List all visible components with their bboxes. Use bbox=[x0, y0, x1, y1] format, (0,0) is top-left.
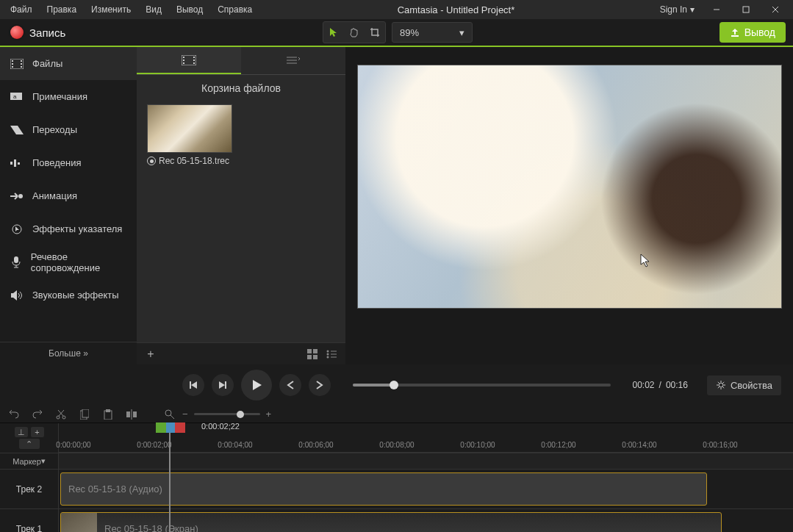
svg-rect-21 bbox=[183, 60, 184, 61]
menu-help[interactable]: Справка bbox=[210, 1, 259, 18]
record-button[interactable]: Запись bbox=[0, 19, 76, 46]
marker-label[interactable]: Маркер ▾ bbox=[0, 453, 59, 469]
zoom-handle[interactable] bbox=[237, 411, 244, 418]
clip-video[interactable]: Rec 05-15-18 (Экран) bbox=[60, 512, 722, 532]
close-button[interactable] bbox=[761, 0, 790, 19]
track-magnet-button[interactable]: ⊥ bbox=[15, 427, 28, 437]
time-sep: / bbox=[659, 380, 661, 390]
grid-view-button[interactable] bbox=[304, 346, 320, 362]
clip-label: Rec 05-15-18 (Аудио) bbox=[68, 484, 162, 495]
minimize-button[interactable] bbox=[702, 0, 731, 19]
clip-audio[interactable]: Rec 05-15-18 (Аудио) bbox=[60, 472, 707, 506]
cut-button[interactable] bbox=[54, 408, 68, 421]
svg-rect-49 bbox=[133, 411, 137, 417]
time-total: 00:16 bbox=[666, 380, 688, 390]
next-frame-button[interactable] bbox=[212, 374, 234, 396]
ruler-tick: 0:00:16;00 bbox=[703, 441, 737, 449]
sidebar-animations[interactable]: Анимация bbox=[0, 179, 137, 212]
zoom-out-button[interactable]: − bbox=[182, 409, 188, 420]
record-icon bbox=[10, 26, 24, 39]
track-collapse-button[interactable]: ⌃ bbox=[19, 439, 40, 449]
ruler-tick: 0:00:02;00 bbox=[137, 441, 171, 449]
canvas-preview[interactable] bbox=[357, 65, 782, 309]
select-tool[interactable] bbox=[323, 22, 344, 43]
sidebar-voice[interactable]: Речевое сопровождение bbox=[0, 245, 137, 278]
bin-tab-media[interactable] bbox=[137, 47, 241, 74]
paste-button[interactable] bbox=[101, 408, 115, 421]
svg-rect-22 bbox=[183, 62, 184, 64]
media-item[interactable]: Rec 05-15-18.trec bbox=[147, 104, 235, 169]
maximize-button[interactable] bbox=[731, 0, 761, 19]
track-label-1[interactable]: Трек 1 bbox=[0, 509, 59, 532]
sidebar-more[interactable]: Больше » bbox=[0, 342, 137, 364]
media-thumbnail bbox=[147, 104, 232, 153]
sidebar-audio-effects[interactable]: Звуковые эффекты bbox=[0, 278, 137, 312]
svg-rect-5 bbox=[12, 60, 13, 62]
svg-rect-48 bbox=[126, 411, 130, 417]
gear-icon bbox=[716, 380, 726, 390]
track-add-button[interactable]: + bbox=[31, 427, 44, 437]
sidebar-media[interactable]: Файлы bbox=[0, 47, 137, 80]
zoom-fit-button[interactable] bbox=[163, 408, 176, 421]
pan-tool[interactable] bbox=[344, 22, 365, 43]
undo-button[interactable] bbox=[7, 408, 21, 421]
clip-label: Rec 05-15-18 (Экран) bbox=[104, 523, 198, 532]
properties-button[interactable]: Свойства bbox=[707, 375, 781, 395]
animation-icon bbox=[10, 190, 24, 203]
playhead[interactable]: 0:00:02;22 bbox=[169, 423, 171, 532]
scrubber-handle[interactable] bbox=[390, 381, 398, 389]
add-media-button[interactable]: + bbox=[143, 346, 159, 362]
mic-icon bbox=[10, 256, 22, 269]
svg-rect-10 bbox=[21, 66, 22, 68]
step-forward-button[interactable] bbox=[309, 374, 331, 396]
ruler-tick: 0:00:14;00 bbox=[622, 441, 656, 449]
svg-rect-23 bbox=[193, 57, 195, 58]
prev-frame-button[interactable] bbox=[182, 374, 204, 396]
ruler-tick: 0:00:12;00 bbox=[541, 441, 575, 449]
menu-view[interactable]: Вид bbox=[138, 1, 169, 18]
media-icon bbox=[182, 55, 196, 65]
zoom-in-button[interactable]: + bbox=[266, 409, 272, 420]
step-back-button[interactable] bbox=[279, 374, 301, 396]
menu-file[interactable]: Файл bbox=[3, 1, 40, 18]
track-label-2[interactable]: Трек 2 bbox=[0, 470, 59, 508]
sidebar-transitions[interactable]: Переходы bbox=[0, 113, 137, 146]
timeline-ruler[interactable]: 0:00:02;22 0:00:00;000:00:02;000:00:04;0… bbox=[59, 423, 793, 453]
zoom-select[interactable]: 89% ▾ bbox=[392, 22, 473, 43]
bin-tab-library[interactable] bbox=[241, 47, 345, 74]
list-icon bbox=[287, 56, 300, 65]
svg-rect-14 bbox=[14, 159, 16, 167]
play-button[interactable] bbox=[241, 370, 272, 400]
sidebar-label: Поведения bbox=[32, 157, 82, 168]
annotation-icon: a bbox=[10, 90, 24, 104]
signin-button[interactable]: Sign In ▾ bbox=[653, 4, 702, 15]
svg-point-33 bbox=[327, 350, 329, 352]
svg-line-52 bbox=[171, 415, 174, 419]
svg-rect-24 bbox=[193, 60, 195, 61]
sidebar-cursor-effects[interactable]: Эффекты указателя bbox=[0, 212, 137, 245]
sidebar-annotations[interactable]: a Примечания bbox=[0, 80, 137, 113]
export-button[interactable]: Вывод bbox=[720, 22, 786, 43]
svg-rect-6 bbox=[12, 63, 13, 65]
svg-rect-47 bbox=[106, 409, 110, 412]
menu-edit[interactable]: Правка bbox=[40, 1, 85, 18]
menu-share[interactable]: Вывод bbox=[169, 1, 210, 18]
svg-rect-13 bbox=[10, 162, 12, 165]
window-title: Camtasia - Untitled Project* bbox=[259, 4, 652, 15]
svg-point-37 bbox=[327, 356, 329, 358]
svg-rect-9 bbox=[21, 63, 22, 65]
split-button[interactable] bbox=[125, 408, 138, 421]
svg-point-41 bbox=[62, 416, 65, 419]
crop-tool[interactable] bbox=[365, 22, 385, 43]
playback-scrubber[interactable] bbox=[353, 384, 611, 387]
signin-label: Sign In bbox=[660, 4, 687, 15]
redo-button[interactable] bbox=[31, 408, 44, 421]
svg-rect-1 bbox=[743, 7, 749, 12]
list-view-button[interactable] bbox=[323, 346, 340, 362]
copy-button[interactable] bbox=[78, 408, 91, 421]
timeline-zoom-slider[interactable] bbox=[194, 413, 260, 415]
svg-point-35 bbox=[327, 353, 329, 355]
preview-panel bbox=[345, 47, 793, 364]
menu-modify[interactable]: Изменить bbox=[84, 1, 138, 18]
sidebar-behaviors[interactable]: Поведения bbox=[0, 146, 137, 179]
